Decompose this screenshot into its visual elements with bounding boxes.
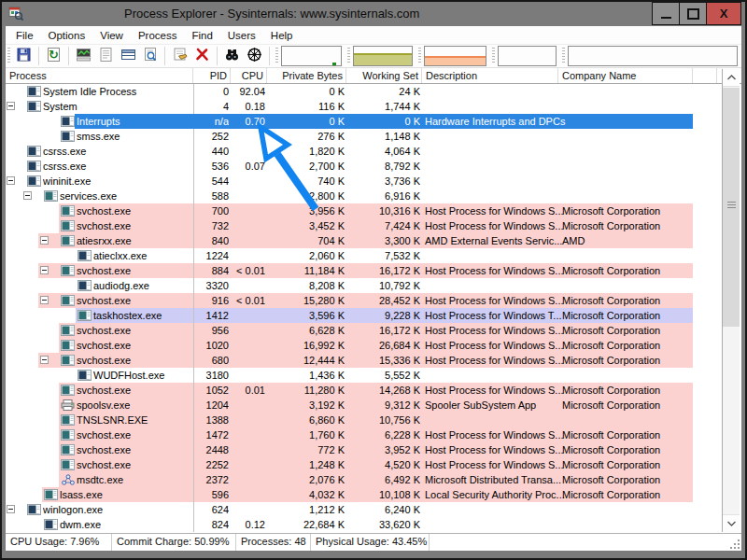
process-row[interactable]: WUDFHost.exe31801,436 K5,552 K [6, 368, 741, 383]
io-history-graph[interactable] [498, 46, 557, 66]
refresh-button[interactable]: ↻ [43, 46, 65, 66]
cell-pid: 624 [193, 502, 229, 517]
save-button[interactable] [13, 46, 35, 66]
cell-cpu [231, 368, 265, 383]
process-row[interactable]: svchost.exe9566,628 K16,172 KHost Proces… [6, 323, 741, 338]
toolbar-gripper[interactable] [347, 48, 350, 64]
close-button[interactable]: X [706, 2, 741, 25]
column-header-pid[interactable]: PID [193, 68, 231, 83]
scroll-down-button[interactable] [723, 514, 740, 532]
process-row[interactable]: svchost.exe68012,444 K15,336 KHost Proce… [6, 353, 741, 368]
process-row[interactable]: svchost.exe916< 0.0115,280 K28,452 KHost… [6, 293, 741, 308]
commit-history-graph[interactable] [353, 46, 413, 66]
tree-collapse-toggle[interactable] [40, 236, 49, 245]
tree-collapse-toggle[interactable] [40, 266, 49, 274]
column-header-description[interactable]: Description [422, 68, 558, 83]
process-row[interactable]: svchost.exe102016,992 K26,684 KHost Proc… [6, 338, 741, 353]
column-header-cpu[interactable]: CPU [231, 68, 267, 83]
menu-item-help[interactable]: Help [263, 28, 301, 43]
properties-button[interactable] [169, 46, 191, 66]
process-row[interactable]: atiesrxx.exe840704 K3,300 KAMD External … [6, 233, 741, 248]
process-row[interactable]: svchost.exe14721,760 K6,228 KHost Proces… [6, 427, 741, 442]
process-row[interactable]: winlogon.exe6241,212 K6,240 K [6, 502, 741, 517]
column-header-company-name[interactable]: Company Name [558, 68, 693, 83]
process-row[interactable]: wininit.exe544740 K3,736 K [6, 174, 741, 189]
tree-collapse-toggle[interactable] [7, 505, 15, 513]
process-row[interactable]: System Idle Process092.040 K24 K [6, 84, 741, 99]
cell-ws: 3,952 K [347, 442, 420, 457]
process-row[interactable]: Interruptsn/a0.700 K0 KHardware Interrup… [6, 114, 741, 129]
minimize-button[interactable] [652, 2, 680, 25]
cell-comp [562, 517, 693, 532]
toolbar-gripper[interactable] [492, 48, 495, 64]
cpu-usage-history-graph[interactable] [281, 46, 343, 66]
scrollbar-thumb[interactable] [723, 88, 740, 327]
cell-pb: 2,700 K [269, 159, 345, 174]
physical-memory-history-graph[interactable] [424, 46, 487, 66]
process-row[interactable]: System40.18116 K1,744 K [6, 99, 741, 114]
kill-process-button[interactable] [191, 46, 214, 66]
find-button[interactable] [221, 46, 244, 66]
column-header-private-bytes[interactable]: Private Bytes [267, 68, 346, 83]
menu-item-users[interactable]: Users [220, 28, 263, 43]
app-window-icon [27, 504, 41, 515]
resize-grip-icon[interactable] [729, 539, 740, 549]
system-information-button[interactable] [73, 46, 95, 66]
toolbar-gripper[interactable] [562, 48, 565, 64]
show-lower-pane-button[interactable] [117, 46, 139, 66]
tree-collapse-toggle[interactable] [23, 191, 32, 200]
process-row[interactable]: svchost.exe22521,248 K4,520 KHost Proces… [6, 457, 741, 472]
tree-collapse-toggle[interactable] [7, 176, 15, 185]
process-row[interactable]: csrss.exe5360.072,700 K8,792 K [6, 159, 741, 174]
column-header-working-set[interactable]: Working Set [346, 68, 422, 83]
toolbar-gripper[interactable] [7, 48, 10, 64]
toolbar-gripper[interactable] [418, 48, 421, 64]
show-process-tree-button[interactable] [95, 46, 118, 66]
toolbar-gripper[interactable] [275, 48, 278, 64]
scroll-up-button[interactable] [723, 69, 740, 87]
process-row[interactable]: csrss.exe4401,820 K4,064 K [6, 144, 741, 159]
msdtc-icon [61, 474, 75, 485]
gpu-history-graph[interactable] [568, 46, 738, 66]
tree-collapse-toggle[interactable] [40, 296, 49, 304]
process-row[interactable]: TNSLSNR.EXE13886,860 K10,756 K [6, 413, 741, 427]
cell-pb: 3,452 K [269, 218, 345, 233]
process-row[interactable]: svchost.exe10520.0111,280 K14,268 KHost … [6, 383, 741, 398]
listview-header: ProcessPIDCPUPrivate BytesWorking SetDes… [6, 68, 741, 84]
cell-comp: Microsoft Corporation [562, 338, 693, 353]
process-row[interactable]: spoolsv.exe12043,192 K9,312 KSpooler Sub… [6, 398, 741, 413]
process-row[interactable]: lsass.exe5964,032 K10,108 KLocal Securit… [6, 487, 741, 502]
cell-comp: Microsoft Corporation [562, 457, 693, 472]
menu-item-find[interactable]: Find [184, 28, 219, 43]
process-row[interactable]: svchost.exe2448772 K3,952 KHost Process … [6, 442, 741, 457]
tree-collapse-toggle[interactable] [40, 356, 49, 364]
find-window-process-button[interactable] [244, 46, 266, 66]
find-dlls-button[interactable] [139, 46, 162, 66]
menu-bar: FileOptionsViewProcessFindUsersHelp [6, 26, 741, 44]
app-window-icon [61, 131, 75, 142]
menu-item-process[interactable]: Process [131, 28, 185, 43]
cell-comp [562, 278, 693, 293]
process-row[interactable]: smss.exe252276 K1,148 K [6, 129, 741, 144]
column-header-process[interactable]: Process [6, 68, 193, 83]
process-name: svchost.exe [77, 293, 131, 308]
cell-pid: 840 [193, 233, 229, 248]
vertical-scrollbar[interactable] [722, 69, 740, 532]
process-row[interactable]: svchost.exe884< 0.0111,184 K16,172 KHost… [6, 263, 741, 278]
menu-item-options[interactable]: Options [41, 28, 93, 43]
process-row[interactable]: dwm.exe8240.1222,684 K33,620 K [6, 517, 741, 532]
process-row[interactable]: services.exe5882,800 K6,916 K [6, 189, 741, 203]
process-name: msdtc.exe [77, 472, 123, 487]
cell-pid: 1224 [193, 248, 229, 263]
process-row[interactable]: atieclxx.exe12242,060 K7,532 K [6, 248, 741, 263]
process-row[interactable]: msdtc.exe23722,076 K6,492 KMicrosoft Dis… [6, 472, 741, 487]
tree-collapse-toggle[interactable] [7, 102, 15, 110]
process-row[interactable]: audiodg.exe33208,208 K10,792 K [6, 278, 741, 293]
maximize-button[interactable] [679, 2, 707, 25]
menu-item-view[interactable]: View [92, 28, 131, 43]
process-row[interactable]: svchost.exe7323,452 K7,424 KHost Process… [6, 218, 741, 233]
process-row[interactable]: svchost.exe7003,956 K10,316 KHost Proces… [6, 203, 741, 218]
menu-item-file[interactable]: File [8, 28, 41, 43]
status-bar: CPU Usage: 7.96%Commit Charge: 50.99%Pro… [6, 533, 741, 551]
process-row[interactable]: taskhostex.exe14123,596 K9,228 KHost Pro… [6, 308, 741, 323]
